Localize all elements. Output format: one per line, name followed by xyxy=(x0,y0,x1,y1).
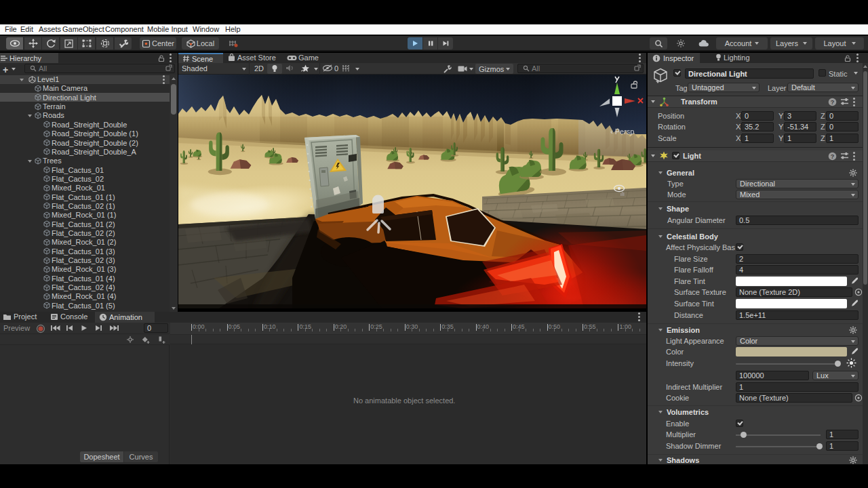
svg-text:‹ Persp: ‹ Persp xyxy=(610,127,634,136)
svg-text:?: ? xyxy=(831,153,835,160)
svg-text:?: ? xyxy=(831,99,835,106)
